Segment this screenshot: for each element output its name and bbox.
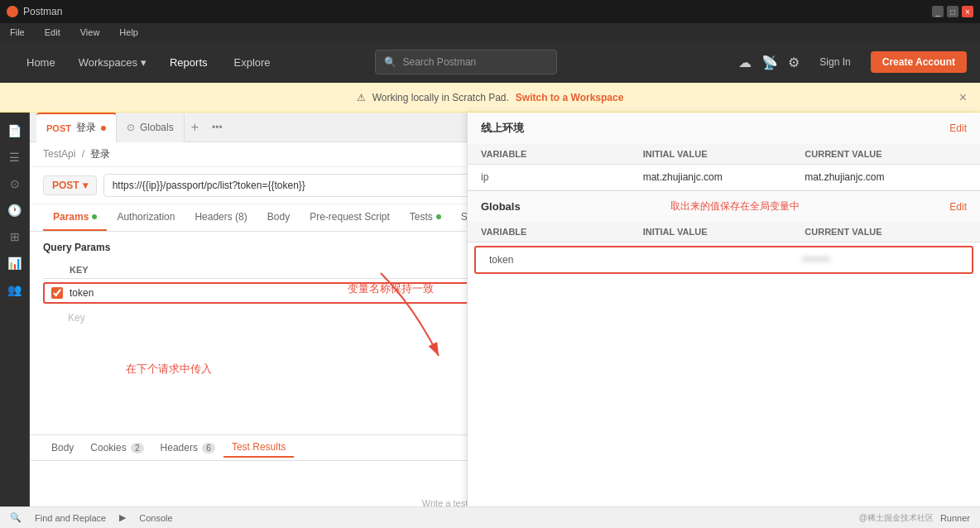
nav-workspaces[interactable]: Workspaces ▾ — [69, 50, 156, 75]
menubar: File Edit View Help — [0, 23, 980, 41]
tab-params[interactable]: Params — [43, 204, 107, 231]
env-edit-button[interactable]: Edit — [949, 122, 967, 134]
sidebar-mock-icon[interactable]: ⊞ — [3, 225, 26, 248]
runner-label[interactable]: Runner — [940, 513, 970, 523]
search-icon: 🔍 — [384, 56, 396, 68]
banner-close-button[interactable]: × — [959, 90, 967, 105]
tab-globals[interactable]: ⊙ Globals — [117, 113, 185, 142]
sidebar-team-icon[interactable]: 👥 — [3, 278, 26, 301]
annotation-store-text: 取出来的值保存在全局变量中 — [670, 199, 800, 214]
console-label[interactable]: Console — [139, 513, 172, 523]
globals-token-current: •••••••• — [802, 254, 958, 266]
chevron-down-icon: ▾ — [83, 180, 88, 191]
tab-login[interactable]: POST 登录 — [36, 113, 117, 142]
sidebar-new-icon[interactable]: 📄 — [3, 119, 26, 142]
tab-globals-name: Globals — [140, 122, 174, 133]
globals-edit-button[interactable]: Edit — [949, 201, 967, 213]
method-label: POST — [52, 180, 79, 191]
tab-name: 登录 — [76, 121, 96, 135]
env-initial-header: INITIAL VALUE — [643, 149, 805, 159]
status-bar: 🔍 Find and Replace ▶ Console @稀土掘金技术社区 R… — [0, 506, 980, 528]
tab-modified-dot — [101, 126, 106, 131]
tab-globals-icon: ⊙ — [127, 122, 135, 133]
search-placeholder: Search Postman — [403, 56, 477, 68]
globals-current-header: CURRENT VALUE — [805, 227, 967, 237]
cloud-icon[interactable]: ☁ — [738, 55, 752, 70]
tab-authorization[interactable]: Authorization — [107, 204, 185, 231]
titlebar: Postman _ □ × — [0, 0, 980, 23]
console-icon: ▶ — [119, 512, 126, 523]
row-checkbox[interactable] — [51, 287, 63, 299]
bottom-tab-test-results[interactable]: Test Results — [223, 438, 294, 458]
create-account-button[interactable]: Create Account — [871, 51, 967, 73]
status-bar-right: @稀土掘金技术社区 Runner — [859, 512, 970, 524]
param-key: token — [70, 287, 511, 299]
annotation-pass-text: 在下个请求中传入 — [126, 362, 212, 375]
env-panel-title: 线上环境 — [481, 121, 524, 136]
sidebar-environments-icon[interactable]: ⊙ — [3, 172, 26, 195]
close-button[interactable]: × — [962, 6, 973, 17]
tab-headers[interactable]: Headers (8) — [185, 204, 257, 231]
menu-file[interactable]: File — [7, 26, 28, 39]
env-variable-header: VARIABLE — [481, 149, 643, 159]
tab-method-label: POST — [46, 123, 71, 133]
chevron-down-icon: ▾ — [141, 56, 147, 69]
tests-dot — [436, 214, 441, 219]
globals-table-header: VARIABLE INITIAL VALUE CURRENT VALUE — [468, 222, 980, 242]
titlebar-controls[interactable]: _ □ × — [932, 6, 973, 17]
settings-icon[interactable]: ⚙ — [788, 55, 800, 70]
nav-reports[interactable]: Reports — [156, 50, 221, 75]
tab-body[interactable]: Body — [257, 204, 300, 231]
sidebar-collections-icon[interactable]: ☰ — [3, 146, 26, 169]
app-icon — [7, 6, 18, 17]
nav-explore[interactable]: Explore — [221, 50, 284, 75]
tab-tests[interactable]: Tests — [400, 204, 451, 231]
watermark: @稀土掘金技术社区 — [859, 512, 934, 524]
satellite-icon[interactable]: 📡 — [761, 55, 778, 70]
globals-panel-header: Globals 取出来的值保存在全局变量中 Edit — [468, 191, 980, 222]
tab-pre-request[interactable]: Pre-request Script — [300, 204, 400, 231]
sign-in-button[interactable]: Sign In — [809, 51, 860, 73]
sidebar-history-icon[interactable]: 🕐 — [3, 199, 26, 222]
notification-banner: ⚠ Working locally in Scratch Pad. Switch… — [0, 83, 980, 113]
env-current-header: CURRENT VALUE — [805, 149, 967, 159]
bottom-tab-cookies[interactable]: Cookies 2 — [82, 439, 151, 457]
find-replace-label[interactable]: Find and Replace — [35, 513, 106, 523]
sidebar-icons: 📄 ☰ ⊙ 🕐 ⊞ 📊 👥 — [0, 113, 30, 528]
check-col — [43, 265, 63, 275]
globals-token-variable: token — [489, 254, 646, 266]
breadcrumb-current: 登录 — [90, 148, 110, 160]
banner-text: Working locally in Scratch Pad. — [372, 92, 509, 103]
env-table-row: ip mat.zhujianjc.com mat.zhujianjc.com — [468, 165, 980, 190]
search-bar[interactable]: 🔍 Search Postman — [375, 50, 557, 74]
find-replace-icon: 🔍 — [10, 512, 22, 523]
breadcrumb-parent[interactable]: TestApi — [43, 148, 75, 160]
maximize-button[interactable]: □ — [947, 6, 958, 17]
cookies-badge: 2 — [131, 443, 144, 454]
method-selector[interactable]: POST ▾ — [43, 175, 97, 195]
sidebar-monitor-icon[interactable]: 📊 — [3, 252, 26, 275]
globals-panel-section: Globals 取出来的值保存在全局变量中 Edit VARIABLE INIT… — [468, 191, 980, 506]
headers-badge: 6 — [202, 443, 215, 454]
env-initial-cell: mat.zhujianjc.com — [643, 171, 805, 183]
switch-workspace-link[interactable]: Switch to a Workspace — [516, 92, 623, 103]
params-active-dot — [92, 214, 97, 219]
key-header: KEY — [70, 265, 515, 275]
app-name: Postman — [23, 6, 62, 17]
globals-variable-header: VARIABLE — [481, 227, 643, 237]
breadcrumb-separator: / — [82, 148, 84, 160]
env-current-cell: mat.zhujianjc.com — [805, 171, 967, 183]
bottom-tab-headers[interactable]: Headers 6 — [152, 439, 223, 457]
more-tabs-button[interactable]: ••• — [205, 118, 229, 137]
env-panel-section: 线上环境 Edit VARIABLE INITIAL VALUE CURRENT… — [468, 113, 980, 191]
nav-home[interactable]: Home — [13, 50, 69, 75]
env-table-header: VARIABLE INITIAL VALUE CURRENT VALUE — [468, 144, 980, 165]
menu-edit[interactable]: Edit — [41, 26, 64, 39]
warning-icon: ⚠ — [357, 92, 366, 103]
menu-help[interactable]: Help — [116, 26, 142, 39]
right-panel: 线上环境 Edit VARIABLE INITIAL VALUE CURRENT… — [467, 113, 980, 506]
menu-view[interactable]: View — [77, 26, 103, 39]
add-tab-button[interactable]: + — [185, 117, 205, 138]
minimize-button[interactable]: _ — [932, 6, 944, 17]
bottom-tab-body[interactable]: Body — [43, 439, 82, 457]
